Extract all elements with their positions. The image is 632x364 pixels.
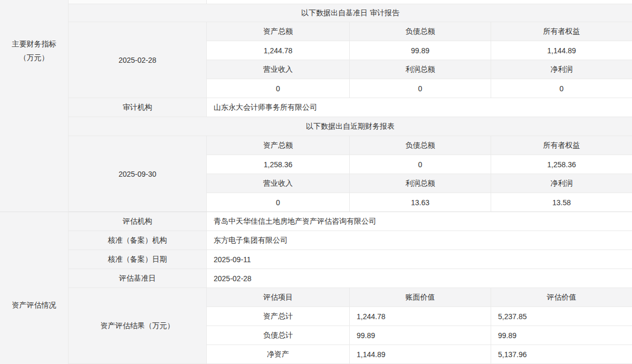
header-net-profit-audit: 净利润 [491, 60, 632, 79]
value-total-assets-recent: 1,258.36 [207, 155, 350, 174]
label-eval-agency: 评估机构 [69, 212, 207, 231]
header-total-profit-recent: 利润总额 [350, 174, 491, 193]
eval-header-item: 评估项目 [207, 288, 350, 307]
header-net-profit-recent: 净利润 [491, 174, 632, 193]
label-audit-agency: 审计机构 [69, 98, 207, 117]
label-eval-base-date: 评估基准日 [69, 269, 207, 288]
eval-row-item: 净资产 [207, 345, 350, 364]
header-owners-equity-recent: 所有者权益 [491, 136, 632, 155]
eval-row-item: 资产总计 [207, 307, 350, 326]
financial-indicators-label: 主要财务指标 [0, 37, 68, 51]
header-total-liabilities-audit: 负债总额 [350, 22, 491, 41]
value-total-assets-audit: 1,244.78 [207, 41, 350, 60]
value-total-liabilities-recent: 0 [350, 155, 491, 174]
financial-disclosure-page: 主要财务指标 （万元） 资产评估情况 以下数据出自基准日 审计报告 2025-0… [0, 0, 632, 364]
value-revenue-audit: 0 [207, 79, 350, 98]
category-column: 主要财务指标 （万元） 资产评估情况 [0, 0, 69, 364]
value-eval-base-date: 2025-02-28 [207, 269, 632, 288]
recent-report-date-cell: 2025-09-30 [69, 136, 207, 212]
header-revenue-recent: 营业收入 [207, 174, 350, 193]
label-eval-result: 资产评估结果（万元） [69, 288, 207, 364]
header-total-profit-audit: 利润总额 [350, 60, 491, 79]
header-total-liabilities-recent: 负债总额 [350, 136, 491, 155]
previous-row-sliver-left [69, 0, 207, 4]
eval-row-book-value: 1,144.89 [350, 345, 491, 364]
label-approval-date: 核准（备案）日期 [69, 250, 207, 269]
eval-row-assessed-value: 5,237.85 [491, 307, 632, 326]
header-revenue-audit: 营业收入 [207, 60, 350, 79]
eval-header-book-value: 账面价值 [350, 288, 491, 307]
section-label-asset-evaluation: 资产评估情况 [0, 212, 68, 364]
eval-header-assessed-value: 评估价值 [491, 288, 632, 307]
section-label-financial-indicators: 主要财务指标 （万元） [0, 0, 68, 212]
detail-table: 以下数据出自基准日 审计报告 2025-02-28 资产总额 负债总额 所有者权… [69, 0, 632, 364]
label-approval-agency: 核准（备案）机构 [69, 231, 207, 250]
value-revenue-recent: 0 [207, 193, 350, 212]
eval-row-item: 负债总计 [207, 326, 350, 345]
value-eval-agency: 青岛中天华佳信土地房地产资产评估咨询有限公司 [207, 212, 632, 231]
value-total-liabilities-audit: 99.89 [350, 41, 491, 60]
header-total-assets-recent: 资产总额 [207, 136, 350, 155]
eval-row-book-value: 99.89 [350, 326, 491, 345]
value-owners-equity-audit: 1,144.89 [491, 41, 632, 60]
value-net-profit-recent: 13.58 [491, 193, 632, 212]
eval-row-book-value: 1,244.78 [350, 307, 491, 326]
value-net-profit-audit: 0 [491, 79, 632, 98]
value-total-profit-recent: 13.63 [350, 193, 491, 212]
previous-row-sliver-right [207, 0, 632, 4]
eval-row-assessed-value: 99.89 [491, 326, 632, 345]
header-total-assets-audit: 资产总额 [207, 22, 350, 41]
eval-row-assessed-value: 5,137.96 [491, 345, 632, 364]
audit-base-date-cell: 2025-02-28 [69, 22, 207, 98]
value-total-profit-audit: 0 [350, 79, 491, 98]
value-approval-agency: 东方电子集团有限公司 [207, 231, 632, 250]
banner-audit-source: 以下数据出自基准日 审计报告 [69, 4, 632, 22]
value-owners-equity-recent: 1,258.36 [491, 155, 632, 174]
banner-recent-source: 以下数据出自近期财务报表 [69, 117, 632, 136]
asset-evaluation-label: 资产评估情况 [0, 300, 68, 310]
financial-indicators-unit: （万元） [0, 51, 68, 64]
value-audit-agency: 山东永大会计师事务所有限公司 [207, 98, 632, 117]
value-approval-date: 2025-09-11 [207, 250, 632, 269]
header-owners-equity-audit: 所有者权益 [491, 22, 632, 41]
